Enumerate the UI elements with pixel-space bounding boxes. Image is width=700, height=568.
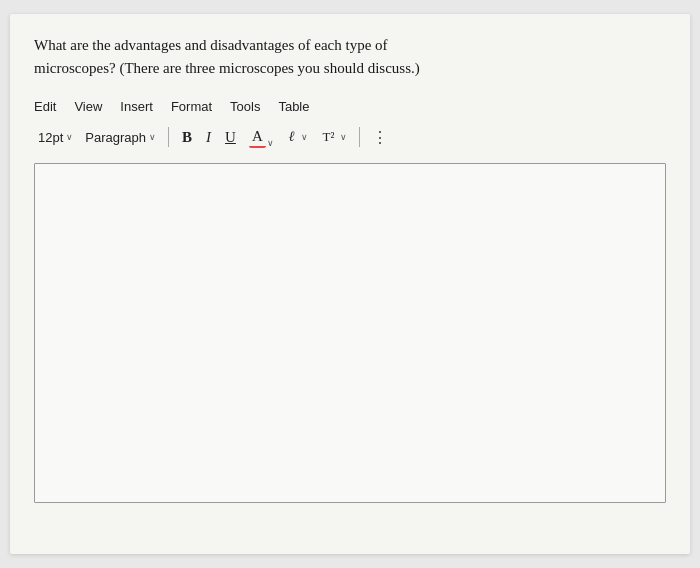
menu-view[interactable]: View <box>74 99 102 114</box>
highlight-chevron: ∨ <box>301 132 308 142</box>
text-color-chevron: ∨ <box>267 138 274 148</box>
font-size-chevron: ∨ <box>66 132 73 142</box>
question-line2: microscopes? (There are three microscope… <box>34 60 420 76</box>
menu-edit[interactable]: Edit <box>34 99 56 114</box>
menu-table[interactable]: Table <box>278 99 309 114</box>
text-format-select[interactable]: T² ∨ <box>316 125 352 149</box>
divider-2 <box>359 127 360 147</box>
more-options-button[interactable]: ⋮ <box>368 126 392 149</box>
divider-1 <box>168 127 169 147</box>
font-size-select[interactable]: 12pt ∨ <box>34 128 77 147</box>
text-color-a: A <box>249 127 266 148</box>
text-format-t2: T² <box>320 127 338 147</box>
document-page: What are the advantages and disadvantage… <box>10 14 690 554</box>
menu-tools[interactable]: Tools <box>230 99 260 114</box>
italic-button[interactable]: I <box>201 127 216 148</box>
underline-button[interactable]: U <box>220 127 241 148</box>
question-text: What are the advantages and disadvantage… <box>34 34 666 81</box>
toolbar: 12pt ∨ Paragraph ∨ B I U A ∨ ℓ ∨ T² ∨ ⋮ <box>34 120 666 155</box>
menu-format[interactable]: Format <box>171 99 212 114</box>
text-color-select[interactable]: A ∨ <box>245 125 278 150</box>
editor-area[interactable] <box>34 163 666 503</box>
menu-bar: Edit View Insert Format Tools Table <box>34 99 666 114</box>
font-size-value: 12pt <box>38 130 63 145</box>
question-line1: What are the advantages and disadvantage… <box>34 37 388 53</box>
highlight-select[interactable]: ℓ ∨ <box>282 125 312 149</box>
highlight-pencil: ℓ <box>286 127 298 147</box>
menu-insert[interactable]: Insert <box>120 99 153 114</box>
paragraph-chevron: ∨ <box>149 132 156 142</box>
paragraph-value: Paragraph <box>85 130 146 145</box>
bold-button[interactable]: B <box>177 127 197 148</box>
text-format-chevron: ∨ <box>340 132 347 142</box>
paragraph-select[interactable]: Paragraph ∨ <box>81 128 160 147</box>
